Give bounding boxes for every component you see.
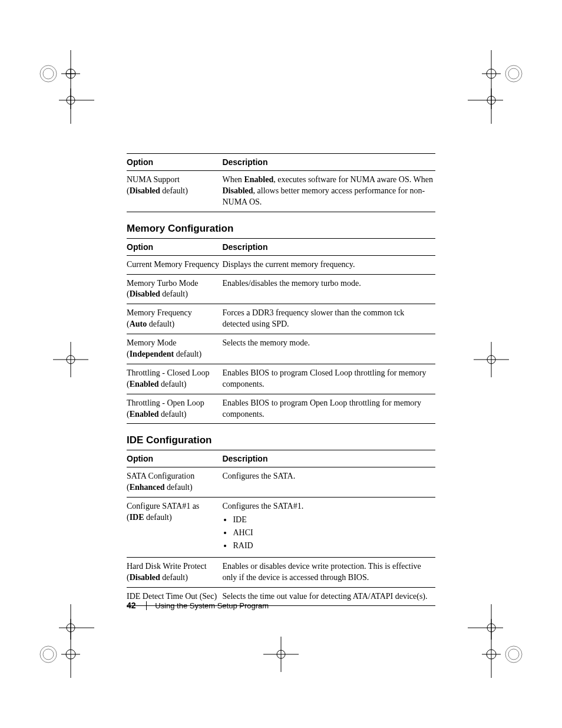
table-row: SATA Configuration(Enhanced default)Conf…	[127, 467, 435, 498]
table-row: Throttling - Open Loop(Enabled default)E…	[127, 394, 435, 424]
option-cell: NUMA Support (Disabled default)	[127, 171, 222, 212]
description-text: Displays the current memory frequency.	[222, 260, 355, 269]
svg-point-42	[277, 650, 285, 658]
description-cell: Enables or disables device write protect…	[222, 557, 435, 587]
option-default: Enabled	[130, 410, 159, 419]
option-default: Disabled	[130, 573, 160, 582]
option-default: Auto	[130, 319, 147, 328]
option-cell: SATA Configuration(Enhanced default)	[127, 467, 222, 498]
col-header-description: Description	[222, 238, 435, 255]
table-ide: Option Description SATA Configuration(En…	[127, 450, 435, 606]
registration-mark-icon	[468, 619, 527, 678]
svg-point-25	[43, 649, 54, 660]
crop-mark-icon	[59, 604, 94, 640]
option-name: SATA Configuration	[127, 472, 194, 480]
heading-memory-configuration: Memory Configuration	[127, 223, 435, 235]
table-top: Option Description NUMA Support (Disable…	[127, 153, 435, 212]
table-row: Memory Turbo Mode(Disabled default)Enabl…	[127, 274, 435, 304]
description-cell: Displays the current memory frequency.	[222, 255, 435, 274]
option-default: Enabled	[130, 380, 159, 388]
page-footer: 42 Using the System Setup Program	[127, 601, 277, 610]
list-item: RAID	[233, 541, 433, 552]
option-default: Disabled	[130, 186, 160, 195]
option-name: Memory Frequency	[127, 308, 192, 317]
table-row: Memory Mode(Independent default)Selects …	[127, 334, 435, 364]
table-row: Throttling - Closed Loop(Enabled default…	[127, 364, 435, 394]
description-cell: Configures the SATA.	[222, 467, 435, 498]
col-header-option: Option	[127, 238, 222, 255]
option-cell: Throttling - Open Loop(Enabled default)	[127, 394, 222, 424]
list-item: IDE	[233, 515, 433, 526]
option-name: Throttling - Open Loop	[127, 398, 204, 407]
description-text: Enables or disables device write protect…	[222, 562, 421, 582]
svg-point-39	[487, 624, 495, 632]
description-text: Selects the time out value for detecting…	[222, 592, 427, 601]
option-name: Throttling - Closed Loop	[127, 368, 209, 377]
option-cell: Throttling - Closed Loop(Enabled default…	[127, 364, 222, 394]
svg-point-35	[505, 646, 522, 663]
heading-ide-configuration: IDE Configuration	[127, 434, 435, 446]
description-text: Enables BIOS to program Closed Loop thro…	[222, 368, 426, 388]
option-default: Independent	[130, 350, 174, 358]
page-content: Option Description NUMA Support (Disable…	[0, 0, 562, 606]
description-cell: When Enabled, executes software for NUMA…	[222, 171, 435, 212]
description-cell: Forces a DDR3 frequency slower than the …	[222, 304, 435, 334]
svg-point-28	[66, 650, 75, 659]
option-name: NUMA Support	[127, 175, 180, 184]
option-default: Enhanced	[130, 483, 165, 492]
option-cell: Current Memory Frequency	[127, 255, 222, 274]
table-memory: Option Description Current Memory Freque…	[127, 238, 435, 424]
option-cell: Memory Mode(Independent default)	[127, 334, 222, 364]
svg-point-36	[508, 649, 519, 660]
table-row: NUMA Support (Disabled default) When Ena…	[127, 171, 435, 212]
col-header-description: Description	[222, 154, 435, 171]
description-cell: Enables/disables the memory turbo mode.	[222, 274, 435, 304]
col-header-description: Description	[222, 450, 435, 467]
registration-mark-icon	[35, 619, 94, 678]
option-name: Hard Disk Write Protect	[127, 562, 207, 571]
option-name: Memory Turbo Mode	[127, 279, 198, 288]
svg-point-34	[487, 650, 496, 659]
description-text: Forces a DDR3 frequency slower than the …	[222, 308, 404, 328]
table-row: Memory Frequency(Auto default)Forces a D…	[127, 304, 435, 334]
svg-point-24	[40, 646, 57, 663]
option-name: IDE Detect Time Out (Sec)	[127, 592, 217, 601]
table-row: Configure SATA#1 as(IDE default)Configur…	[127, 498, 435, 558]
option-cell: Configure SATA#1 as(IDE default)	[127, 498, 222, 558]
description-cell: Configures the SATA#1.IDEAHCIRAID	[222, 498, 435, 558]
col-header-option: Option	[127, 154, 222, 171]
col-header-option: Option	[127, 450, 222, 467]
crop-mark-icon	[468, 604, 503, 640]
description-cell: Selects the memory mode.	[222, 334, 435, 364]
option-cell: Memory Frequency(Auto default)	[127, 304, 222, 334]
option-list: IDEAHCIRAID	[222, 515, 433, 552]
description-text: Enables/disables the memory turbo mode.	[222, 279, 361, 288]
footer-section-title: Using the System Setup Program	[146, 601, 269, 610]
description-text: Configures the SATA#1.	[222, 502, 303, 510]
option-name: Configure SATA#1 as	[127, 502, 199, 510]
option-name: Memory Mode	[127, 338, 176, 347]
option-cell: Hard Disk Write Protect(Disabled default…	[127, 557, 222, 587]
description-text: Selects the memory mode.	[222, 338, 310, 347]
table-row: Current Memory FrequencyDisplays the cur…	[127, 255, 435, 274]
option-name: Current Memory Frequency	[127, 260, 219, 269]
option-default: Disabled	[130, 289, 160, 298]
description-cell: Enables BIOS to program Closed Loop thro…	[222, 364, 435, 394]
page-number: 42	[127, 601, 136, 610]
description-text: Enables BIOS to program Open Loop thrott…	[222, 398, 421, 419]
option-default: IDE	[130, 513, 144, 522]
svg-point-31	[67, 624, 75, 632]
table-row: Hard Disk Write Protect(Disabled default…	[127, 557, 435, 587]
list-item: AHCI	[233, 528, 433, 539]
crop-mark-icon	[263, 637, 299, 672]
description-cell: Enables BIOS to program Open Loop thrott…	[222, 394, 435, 424]
description-text: Configures the SATA.	[222, 472, 295, 480]
option-cell: Memory Turbo Mode(Disabled default)	[127, 274, 222, 304]
